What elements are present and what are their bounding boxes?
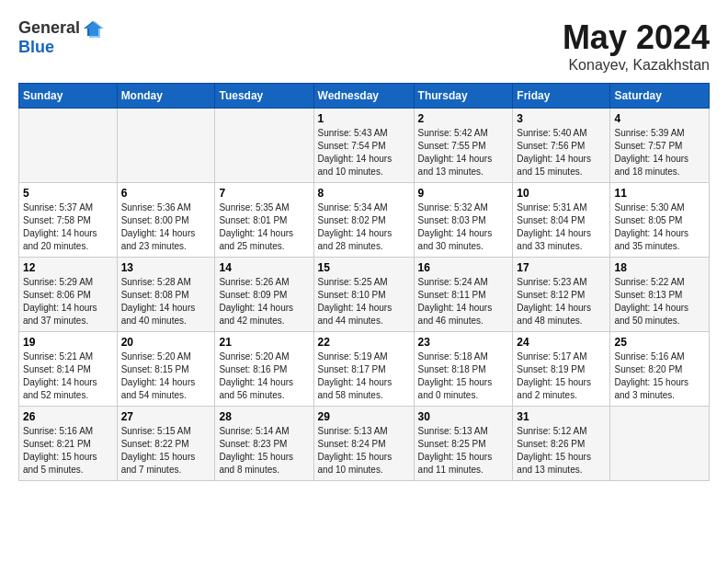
- day-info: Sunrise: 5:16 AM Sunset: 8:20 PM Dayligh…: [614, 350, 705, 402]
- header-tuesday: Tuesday: [215, 84, 313, 109]
- title-block: May 2024 Konayev, Kazakhstan: [563, 18, 710, 74]
- day-info: Sunrise: 5:17 AM Sunset: 8:19 PM Dayligh…: [517, 350, 606, 402]
- day-number: 22: [318, 336, 410, 349]
- day-number: 11: [614, 187, 705, 200]
- calendar-cell: 26Sunrise: 5:16 AM Sunset: 8:21 PM Dayli…: [19, 407, 118, 481]
- day-number: 13: [121, 261, 211, 274]
- logo-blue-text: Blue: [18, 38, 54, 57]
- day-info: Sunrise: 5:42 AM Sunset: 7:55 PM Dayligh…: [418, 127, 509, 178]
- calendar-cell: 18Sunrise: 5:22 AM Sunset: 8:13 PM Dayli…: [610, 258, 710, 332]
- header-sunday: Sunday: [19, 84, 118, 109]
- day-number: 18: [614, 261, 705, 274]
- day-number: 23: [418, 336, 509, 349]
- page-header: General Blue May 2024 Konayev, Kazakhsta…: [18, 18, 710, 74]
- day-number: 6: [121, 187, 211, 200]
- day-info: Sunrise: 5:29 AM Sunset: 8:06 PM Dayligh…: [23, 276, 113, 327]
- calendar-cell: 9Sunrise: 5:32 AM Sunset: 8:03 PM Daylig…: [414, 183, 513, 258]
- day-number: 29: [318, 410, 410, 423]
- day-number: 25: [614, 336, 705, 349]
- calendar-cell: 3Sunrise: 5:40 AM Sunset: 7:56 PM Daylig…: [513, 109, 610, 183]
- day-number: 8: [318, 187, 410, 200]
- logo-general-text: General: [18, 18, 80, 38]
- header-wednesday: Wednesday: [313, 84, 414, 109]
- calendar-cell: 14Sunrise: 5:26 AM Sunset: 8:09 PM Dayli…: [215, 258, 313, 332]
- page-title: May 2024: [563, 18, 710, 57]
- day-info: Sunrise: 5:23 AM Sunset: 8:12 PM Dayligh…: [517, 276, 606, 327]
- day-info: Sunrise: 5:37 AM Sunset: 7:58 PM Dayligh…: [23, 201, 113, 253]
- day-number: 31: [517, 410, 606, 423]
- day-info: Sunrise: 5:18 AM Sunset: 8:18 PM Dayligh…: [418, 350, 509, 402]
- calendar-cell: 2Sunrise: 5:42 AM Sunset: 7:55 PM Daylig…: [414, 109, 513, 183]
- day-info: Sunrise: 5:24 AM Sunset: 8:11 PM Dayligh…: [418, 276, 509, 327]
- calendar-cell: 12Sunrise: 5:29 AM Sunset: 8:06 PM Dayli…: [19, 258, 118, 332]
- calendar-cell: 7Sunrise: 5:35 AM Sunset: 8:01 PM Daylig…: [215, 183, 313, 258]
- day-info: Sunrise: 5:14 AM Sunset: 8:23 PM Dayligh…: [219, 425, 309, 477]
- day-number: 16: [418, 261, 509, 274]
- page-subtitle: Konayev, Kazakhstan: [563, 57, 710, 74]
- logo: General Blue: [18, 18, 104, 57]
- calendar-cell: [19, 109, 118, 183]
- day-info: Sunrise: 5:12 AM Sunset: 8:26 PM Dayligh…: [517, 425, 606, 477]
- calendar-week-row: 19Sunrise: 5:21 AM Sunset: 8:14 PM Dayli…: [19, 332, 710, 407]
- day-number: 2: [418, 112, 509, 125]
- calendar-week-row: 26Sunrise: 5:16 AM Sunset: 8:21 PM Dayli…: [19, 407, 710, 481]
- day-number: 20: [121, 336, 211, 349]
- day-number: 1: [318, 112, 410, 125]
- day-number: 3: [517, 112, 606, 125]
- calendar-cell: [610, 407, 710, 481]
- calendar-cell: 8Sunrise: 5:34 AM Sunset: 8:02 PM Daylig…: [313, 183, 414, 258]
- day-info: Sunrise: 5:39 AM Sunset: 7:57 PM Dayligh…: [614, 127, 705, 178]
- day-number: 30: [418, 410, 509, 423]
- day-number: 27: [121, 410, 211, 423]
- day-info: Sunrise: 5:15 AM Sunset: 8:22 PM Dayligh…: [121, 425, 211, 477]
- day-info: Sunrise: 5:31 AM Sunset: 8:04 PM Dayligh…: [517, 201, 606, 253]
- day-info: Sunrise: 5:20 AM Sunset: 8:16 PM Dayligh…: [219, 350, 309, 402]
- day-number: 19: [23, 336, 113, 349]
- calendar-cell: 13Sunrise: 5:28 AM Sunset: 8:08 PM Dayli…: [117, 258, 215, 332]
- day-number: 4: [614, 112, 705, 125]
- calendar-cell: 27Sunrise: 5:15 AM Sunset: 8:22 PM Dayli…: [117, 407, 215, 481]
- calendar-cell: 19Sunrise: 5:21 AM Sunset: 8:14 PM Dayli…: [19, 332, 118, 407]
- calendar-cell: 17Sunrise: 5:23 AM Sunset: 8:12 PM Dayli…: [513, 258, 610, 332]
- day-number: 10: [517, 187, 606, 200]
- day-number: 12: [23, 261, 113, 274]
- calendar-cell: 23Sunrise: 5:18 AM Sunset: 8:18 PM Dayli…: [414, 332, 513, 407]
- calendar-cell: 15Sunrise: 5:25 AM Sunset: 8:10 PM Dayli…: [313, 258, 414, 332]
- calendar-cell: 20Sunrise: 5:20 AM Sunset: 8:15 PM Dayli…: [117, 332, 215, 407]
- day-info: Sunrise: 5:26 AM Sunset: 8:09 PM Dayligh…: [219, 276, 309, 327]
- day-info: Sunrise: 5:36 AM Sunset: 8:00 PM Dayligh…: [121, 201, 211, 253]
- day-number: 15: [318, 261, 410, 274]
- day-info: Sunrise: 5:30 AM Sunset: 8:05 PM Dayligh…: [614, 201, 705, 253]
- calendar-cell: 24Sunrise: 5:17 AM Sunset: 8:19 PM Dayli…: [513, 332, 610, 407]
- day-info: Sunrise: 5:16 AM Sunset: 8:21 PM Dayligh…: [23, 425, 113, 477]
- calendar-cell: 4Sunrise: 5:39 AM Sunset: 7:57 PM Daylig…: [610, 109, 710, 183]
- day-info: Sunrise: 5:40 AM Sunset: 7:56 PM Dayligh…: [517, 127, 606, 178]
- calendar-cell: 11Sunrise: 5:30 AM Sunset: 8:05 PM Dayli…: [610, 183, 710, 258]
- day-number: 26: [23, 410, 113, 423]
- header-thursday: Thursday: [414, 84, 513, 109]
- day-info: Sunrise: 5:35 AM Sunset: 8:01 PM Dayligh…: [219, 201, 309, 253]
- day-number: 28: [219, 410, 309, 423]
- calendar-cell: 16Sunrise: 5:24 AM Sunset: 8:11 PM Dayli…: [414, 258, 513, 332]
- calendar-cell: 30Sunrise: 5:13 AM Sunset: 8:25 PM Dayli…: [414, 407, 513, 481]
- day-number: 9: [418, 187, 509, 200]
- day-info: Sunrise: 5:22 AM Sunset: 8:13 PM Dayligh…: [614, 276, 705, 327]
- day-info: Sunrise: 5:21 AM Sunset: 8:14 PM Dayligh…: [23, 350, 113, 402]
- header-friday: Friday: [513, 84, 610, 109]
- day-info: Sunrise: 5:19 AM Sunset: 8:17 PM Dayligh…: [318, 350, 410, 402]
- day-info: Sunrise: 5:13 AM Sunset: 8:24 PM Dayligh…: [318, 425, 410, 477]
- calendar-cell: [117, 109, 215, 183]
- calendar-week-row: 12Sunrise: 5:29 AM Sunset: 8:06 PM Dayli…: [19, 258, 710, 332]
- calendar-table: SundayMondayTuesdayWednesdayThursdayFrid…: [18, 83, 710, 481]
- day-number: 7: [219, 187, 309, 200]
- day-number: 5: [23, 187, 113, 200]
- calendar-cell: 10Sunrise: 5:31 AM Sunset: 8:04 PM Dayli…: [513, 183, 610, 258]
- calendar-week-row: 5Sunrise: 5:37 AM Sunset: 7:58 PM Daylig…: [19, 183, 710, 258]
- day-info: Sunrise: 5:25 AM Sunset: 8:10 PM Dayligh…: [318, 276, 410, 327]
- calendar-cell: 31Sunrise: 5:12 AM Sunset: 8:26 PM Dayli…: [513, 407, 610, 481]
- day-info: Sunrise: 5:34 AM Sunset: 8:02 PM Dayligh…: [318, 201, 410, 253]
- day-info: Sunrise: 5:13 AM Sunset: 8:25 PM Dayligh…: [418, 425, 509, 477]
- calendar-cell: 21Sunrise: 5:20 AM Sunset: 8:16 PM Dayli…: [215, 332, 313, 407]
- day-number: 24: [517, 336, 606, 349]
- day-number: 14: [219, 261, 309, 274]
